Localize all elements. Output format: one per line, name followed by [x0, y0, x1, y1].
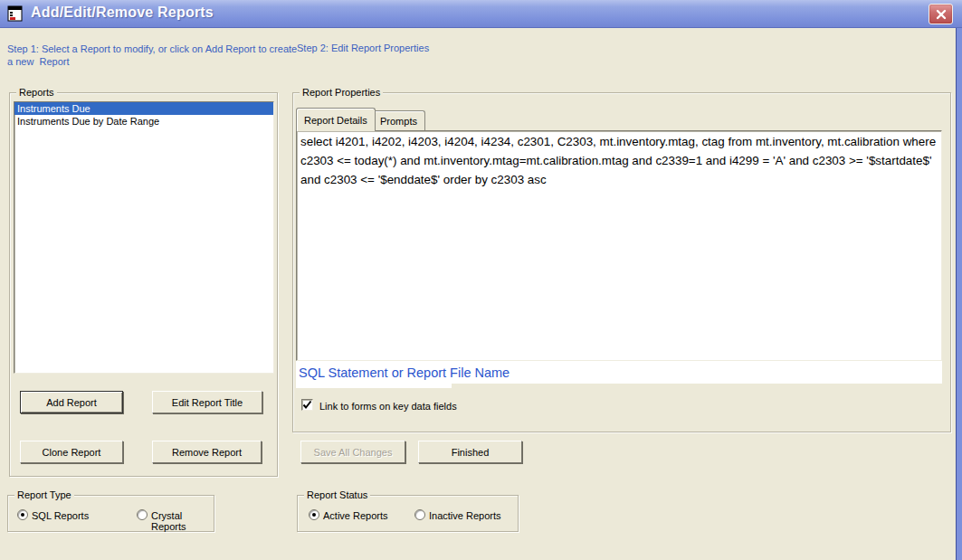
add-report-button[interactable]: Add Report: [20, 391, 123, 413]
window-right-border: [956, 28, 962, 560]
sql-reports-radio[interactable]: [17, 509, 28, 520]
list-item-instruments-due[interactable]: Instruments Due: [14, 102, 273, 115]
finished-button[interactable]: Finished: [418, 441, 522, 463]
window-titlebar: Add/Edit/Remove Reports: [0, 0, 962, 28]
step2-instructions: Step 2: Edit Report Properties: [297, 43, 429, 53]
active-reports-radio[interactable]: [309, 509, 319, 520]
step1-instructions: Step 1: Select a Report to modify, or cl…: [7, 43, 300, 68]
crystal-reports-radio-label: Crystal Reports: [151, 510, 214, 532]
checkbox-box[interactable]: [301, 399, 313, 411]
report-form-icon: [7, 5, 24, 22]
checkmark-icon: [302, 400, 312, 410]
tab-prompts[interactable]: Prompts: [372, 110, 425, 130]
sql-statement-label-strip: SQL Statement or Report File Name: [296, 361, 942, 384]
reports-listbox[interactable]: Instruments Due Instruments Due by Date …: [14, 101, 274, 374]
report-status-group-label: Report Status: [304, 489, 370, 500]
report-type-group-label: Report Type: [14, 489, 74, 500]
inactive-reports-radio[interactable]: [414, 509, 425, 520]
tab-prompts-label: Prompts: [380, 116, 417, 127]
close-icon: [936, 9, 947, 20]
close-button[interactable]: [929, 4, 953, 24]
report-type-groupbox: Report Type SQL Reports Crystal Reports: [7, 495, 214, 532]
crystal-reports-radio[interactable]: [137, 509, 148, 520]
sql-reports-radio-label: SQL Reports: [32, 510, 89, 521]
window-title: Add/Edit/Remove Reports: [31, 5, 214, 21]
reports-groupbox: Reports Instruments Due Instruments Due …: [9, 92, 278, 477]
edit-report-title-button[interactable]: Edit Report Title: [152, 391, 262, 413]
active-reports-radio-label: Active Reports: [323, 510, 388, 521]
reports-group-label: Reports: [16, 87, 57, 98]
report-status-groupbox: Report Status Active Reports Inactive Re…: [297, 495, 519, 532]
remove-report-button[interactable]: Remove Report: [152, 441, 262, 463]
clone-report-button[interactable]: Clone Report: [20, 441, 123, 463]
list-item-instruments-due-by-date-range[interactable]: Instruments Due by Date Range: [14, 115, 273, 128]
inactive-reports-radio-label: Inactive Reports: [429, 510, 500, 521]
save-all-changes-button[interactable]: Save All Changes: [300, 441, 405, 463]
tab-report-details[interactable]: Report Details: [296, 108, 376, 131]
tab-report-details-label: Report Details: [304, 115, 367, 126]
checkbox-label: Link to forms on key data fields: [319, 401, 457, 412]
add-edit-remove-reports-dialog: Add/Edit/Remove Reports Step 1: Select a…: [0, 0, 962, 560]
report-properties-group-label: Report Properties: [300, 87, 383, 98]
sql-statement-textarea[interactable]: select i4201, i4202, i4203, i4204, i4234…: [296, 130, 942, 361]
sql-statement-label-remnant: [296, 384, 452, 388]
sql-statement-label: SQL Statement or Report File Name: [296, 365, 510, 380]
